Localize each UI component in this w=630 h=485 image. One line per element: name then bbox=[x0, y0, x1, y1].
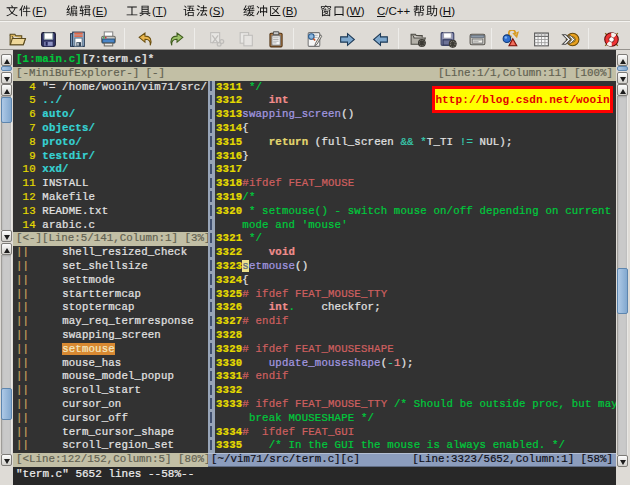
code-line[interactable]: 3316} bbox=[216, 150, 249, 164]
scrollbar-up-button[interactable] bbox=[1, 84, 12, 96]
taglist-tag[interactable]: || shell_resized_check bbox=[16, 246, 187, 260]
vertical-split[interactable] bbox=[208, 81, 215, 454]
code-line[interactable]: 3323setmouse() bbox=[216, 260, 308, 274]
menu-item-help[interactable]: (H) bbox=[413, 0, 455, 21]
scrollbar-thumb[interactable] bbox=[1, 66, 12, 71]
taglist-tag[interactable]: || cursor_off bbox=[16, 412, 128, 426]
toolbar-open-button[interactable] bbox=[6, 29, 28, 51]
menu-item-syntax[interactable]: (S) bbox=[183, 0, 224, 21]
explorer-line[interactable]: 4 "= /home/wooin/vim71/src/ bbox=[16, 81, 207, 95]
code-line[interactable]: 3314{ bbox=[216, 122, 249, 136]
code-line[interactable]: 3315 return (full_screen && *T_TI != NUL… bbox=[216, 136, 513, 150]
toolbar-save-button[interactable] bbox=[37, 29, 59, 51]
code-line[interactable]: 3334# ifdef FEAT_GUI bbox=[216, 426, 354, 440]
scrollbar-thumb[interactable] bbox=[1, 388, 12, 420]
menu-item-window[interactable]: (W) bbox=[320, 0, 365, 21]
toolbar-help-button[interactable] bbox=[600, 29, 622, 51]
code-line[interactable]: 3330 update_mouseshape(-1); bbox=[216, 357, 414, 371]
taglist-tag[interactable]: || settmode bbox=[16, 274, 115, 288]
scrollbar-down-button[interactable] bbox=[617, 455, 628, 467]
code-line[interactable]: 3328 bbox=[216, 329, 242, 343]
code-line[interactable]: 3321 */ bbox=[216, 232, 262, 246]
explorer-line[interactable]: 8 proto/ bbox=[16, 136, 82, 150]
mbe-buffer-main[interactable]: [1:main.c] bbox=[16, 53, 82, 65]
code-line[interactable]: 3318#ifdef FEAT_MOUSE bbox=[216, 177, 354, 191]
toolbar-undo-button[interactable] bbox=[134, 29, 156, 51]
code-line[interactable]: 3317 bbox=[216, 163, 242, 177]
explorer-line[interactable]: 6 auto/ bbox=[16, 108, 75, 122]
toolbar-run-script-button[interactable] bbox=[466, 29, 488, 51]
scrollbar-thumb[interactable] bbox=[1, 97, 12, 123]
scrollbar-thumb[interactable] bbox=[617, 268, 628, 314]
taglist-tag[interactable]: || scroll_start bbox=[16, 384, 141, 398]
taglist-tag[interactable]: || scroll_region_set bbox=[16, 439, 174, 453]
scrollbar-down-button[interactable] bbox=[617, 72, 628, 84]
mbe-buffer-term[interactable]: [7:term.c]* bbox=[82, 53, 154, 65]
code-line[interactable]: mode and 'mouse' bbox=[216, 219, 348, 233]
menu-item-cpp[interactable]: C/C++ bbox=[377, 0, 410, 21]
cursor-block[interactable]: s bbox=[242, 260, 249, 272]
toolbar-paste-button[interactable] bbox=[265, 29, 287, 51]
toolbar-make-button[interactable] bbox=[499, 29, 521, 51]
toolbar-find-replace-button[interactable] bbox=[303, 29, 325, 51]
explorer-line[interactable]: 7 objects/ bbox=[16, 122, 95, 136]
explorer-line[interactable]: 13 README.txt bbox=[16, 205, 108, 219]
taglist-tag[interactable]: || starttermcap bbox=[16, 288, 141, 302]
toolbar-redo-button[interactable] bbox=[165, 29, 187, 51]
code-line[interactable]: 3319/* bbox=[216, 191, 256, 205]
explorer-line[interactable]: 5 ../ bbox=[16, 94, 62, 108]
scrollbar-down-button[interactable] bbox=[1, 230, 12, 242]
menu-item-tools[interactable]: (T) bbox=[126, 0, 167, 21]
explorer-line[interactable]: 10 xxd/ bbox=[16, 163, 69, 177]
taglist-selected-tag[interactable]: setmouse bbox=[62, 343, 115, 355]
toolbar-save-all-button[interactable] bbox=[67, 29, 89, 51]
scrollbar-up-button[interactable] bbox=[1, 54, 12, 66]
code-line[interactable]: 3333# ifdef FEAT_MOUSE_TTY /* Should be … bbox=[216, 398, 618, 412]
code-line[interactable]: 3325# ifdef FEAT_MOUSE_TTY bbox=[216, 288, 387, 302]
code-line[interactable]: 3335 /* In the GUI the mouse is always e… bbox=[216, 439, 565, 453]
toolbar-save-session-button[interactable] bbox=[437, 29, 459, 51]
toolbar-build-tags-button[interactable] bbox=[530, 29, 552, 51]
toolbar-find-prev-button[interactable] bbox=[369, 29, 391, 51]
code-line[interactable]: 3331# endif bbox=[216, 370, 288, 384]
code-line[interactable]: 3326 int. checkfor; bbox=[216, 301, 381, 315]
code-line[interactable]: 3320 * setmouse() - switch mouse on/off … bbox=[216, 205, 611, 219]
code-line[interactable]: break MOUSESHAPE */ bbox=[216, 412, 374, 426]
explorer-line[interactable]: 11 INSTALL bbox=[16, 177, 88, 191]
scrollbar-down-button[interactable] bbox=[1, 454, 12, 466]
toolbar-copy-button[interactable] bbox=[235, 29, 257, 51]
toolbar-find-next-button[interactable] bbox=[336, 29, 358, 51]
code-line[interactable]: 3324{ bbox=[216, 274, 249, 288]
taglist-tag[interactable]: || stoptermcap bbox=[16, 301, 135, 315]
scrollbar-thumb[interactable] bbox=[617, 66, 628, 71]
scrollbar-up-button[interactable] bbox=[1, 243, 12, 255]
toolbar-tag-jump-button[interactable] bbox=[559, 29, 581, 51]
toolbar-print-button[interactable] bbox=[97, 29, 119, 51]
menu-item-file[interactable]: (F) bbox=[6, 0, 47, 21]
code-line[interactable]: 3327# endif bbox=[216, 315, 288, 329]
scrollbar-up-button[interactable] bbox=[617, 54, 628, 66]
code-line[interactable]: 3329# ifdef FEAT_MOUSESHAPE bbox=[216, 343, 394, 357]
vim-command-line[interactable]: "term.c" 5652 lines --58%-- bbox=[13, 467, 616, 485]
taglist-tag[interactable]: || setmouse bbox=[16, 343, 115, 357]
taglist-tag[interactable]: || term_cursor_shape bbox=[16, 426, 174, 440]
code-line[interactable]: 3311 */ bbox=[216, 81, 262, 95]
code-line[interactable]: 3332 bbox=[216, 384, 242, 398]
taglist-tag[interactable]: || mouse_model_popup bbox=[16, 370, 174, 384]
taglist-tag[interactable]: || mouse_has bbox=[16, 357, 121, 371]
explorer-line[interactable]: 14 arabic.c bbox=[16, 219, 95, 233]
taglist-tag[interactable]: || cursor_on bbox=[16, 398, 121, 412]
code-line[interactable]: 3313swapping_screen() bbox=[216, 108, 354, 122]
taglist-tag[interactable]: || set_shellsize bbox=[16, 260, 148, 274]
toolbar-load-session-button[interactable] bbox=[407, 29, 429, 51]
explorer-line[interactable]: 9 testdir/ bbox=[16, 150, 95, 164]
scrollbar-down-button[interactable] bbox=[1, 72, 12, 84]
code-line[interactable]: 3312 int bbox=[216, 94, 288, 108]
menu-item-buffers[interactable]: (B) bbox=[243, 0, 297, 21]
scrollbar-up-button[interactable] bbox=[617, 84, 628, 96]
taglist-tag[interactable]: || may_req_termresponse bbox=[16, 315, 194, 329]
menu-item-edit[interactable]: (E) bbox=[66, 0, 107, 21]
toolbar-cut-button[interactable] bbox=[205, 29, 227, 51]
code-line[interactable]: 3322 void bbox=[216, 246, 295, 260]
explorer-line[interactable]: 12 Makefile bbox=[16, 191, 95, 205]
